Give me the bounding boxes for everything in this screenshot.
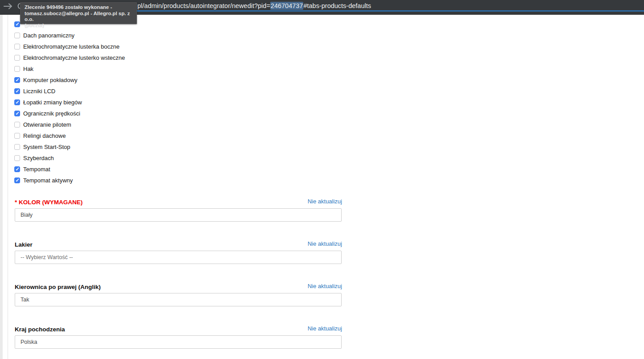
tooltip-line-1: Zlecenie 949496 zostało wykonane - <box>25 4 133 11</box>
kierownica-input[interactable] <box>15 293 342 306</box>
checkbox-label: System Start-Stop <box>23 144 70 150</box>
nie-aktualizuj-link[interactable]: Nie aktualizuj <box>308 198 342 205</box>
checkbox[interactable] <box>14 155 20 161</box>
checkbox-label: Liczniki LCD <box>23 88 55 95</box>
checkbox[interactable] <box>14 66 20 72</box>
checkbox[interactable] <box>14 55 20 61</box>
checkbox-row: Komputer pokładowy <box>14 74 125 86</box>
field-label-row: Lakier Nie aktualizuj <box>15 240 342 248</box>
equipment-checkbox-list: Dach panoramiczny Elektrochromatyczne lu… <box>14 19 125 186</box>
address-bar[interactable]: pl/admin/products/autointegrator/newedit… <box>137 2 371 10</box>
nie-aktualizuj-link[interactable]: Nie aktualizuj <box>308 325 342 332</box>
checkbox[interactable] <box>14 122 20 128</box>
checkbox[interactable] <box>14 177 20 183</box>
checkbox-row: Relingi dachowe <box>14 130 125 141</box>
field-group-kierownica: Kierownica po prawej (Anglik) Nie aktual… <box>15 283 342 290</box>
url-suffix: #tabs-products-defaults <box>303 2 371 9</box>
nie-aktualizuj-link[interactable]: Nie aktualizuj <box>308 240 342 247</box>
checkbox-label: Hak <box>23 66 33 72</box>
field-label-row: Kierownica po prawej (Anglik) Nie aktual… <box>15 283 342 290</box>
checkbox[interactable] <box>14 21 20 27</box>
tooltip-line-3: (poczta) <box>25 23 133 29</box>
checkbox-label: Ogranicznik prędkości <box>23 110 80 117</box>
field-label: Lakier <box>15 241 33 248</box>
checkbox-row: Ogranicznik prędkości <box>14 108 125 119</box>
checkbox-row: Liczniki LCD <box>14 86 125 97</box>
checkbox[interactable] <box>14 166 20 172</box>
lakier-input[interactable] <box>15 251 342 264</box>
checkbox-row: Tempomat aktywny <box>14 175 125 186</box>
checkbox-row: Tempomat <box>14 164 125 175</box>
field-label: Kierownica po prawej (Anglik) <box>15 284 101 290</box>
checkbox-label: Relingi dachowe <box>23 132 66 139</box>
checkbox-label: Łopatki zmiany biegów <box>23 99 82 106</box>
field-group-lakier: Lakier Nie aktualizuj <box>15 240 342 248</box>
checkbox-label: Komputer pokładowy <box>23 77 77 83</box>
checkbox-row: Otwieranie pilotem <box>14 119 125 130</box>
checkbox[interactable] <box>14 33 20 38</box>
left-gutter <box>0 15 3 359</box>
checkbox-row: Elektrochromatyczne lusterko wsteczne <box>14 52 125 63</box>
checkbox[interactable] <box>14 77 20 83</box>
checkbox-label: Elektrochromatyczne lusterko wsteczne <box>23 54 125 61</box>
checkbox-label: Tempomat aktywny <box>23 177 73 184</box>
checkbox-label: Otwieranie pilotem <box>23 121 71 128</box>
checkbox-label: Tempomat <box>23 166 50 173</box>
tooltip-line-2: tomasz.subocz@allegro.pl - Allegro.pl sp… <box>25 11 133 23</box>
checkbox[interactable] <box>14 133 20 139</box>
checkbox[interactable] <box>14 111 20 116</box>
screen: pl/admin/products/autointegrator/newedit… <box>0 0 644 359</box>
forward-arrow-icon[interactable] <box>3 1 13 11</box>
checkbox-label: Szyberdach <box>23 155 54 161</box>
checkbox-label: Dach panoramiczny <box>23 32 74 39</box>
panel-divider <box>8 15 8 359</box>
field-group-kraj: Kraj pochodzenia Nie aktualizuj <box>15 325 342 332</box>
nie-aktualizuj-link[interactable]: Nie aktualizuj <box>308 283 342 289</box>
checkbox-row: Szyberdach <box>14 153 125 164</box>
url-prefix: pl/admin/products/autointegrator/newedit… <box>137 2 270 9</box>
checkbox-row: Elektrochromatyczne lusterka boczne <box>14 41 125 52</box>
field-label-row: * KOLOR (WYMAGANE) Nie aktualizuj <box>15 198 342 205</box>
page-content: Dach panoramiczny Elektrochromatyczne lu… <box>0 15 644 359</box>
url-selected-text: 246704737 <box>270 2 304 10</box>
checkbox[interactable] <box>14 99 20 105</box>
checkbox[interactable] <box>14 44 20 50</box>
field-label: * KOLOR (WYMAGANE) <box>15 199 83 206</box>
checkbox-label: Elektrochromatyczne lusterka boczne <box>23 43 120 50</box>
field-group-kolor: * KOLOR (WYMAGANE) Nie aktualizuj <box>15 198 342 205</box>
checkbox-row: Dach panoramiczny <box>14 30 125 41</box>
field-label-row: Kraj pochodzenia Nie aktualizuj <box>15 325 342 332</box>
kraj-input[interactable] <box>15 335 342 349</box>
field-label: Kraj pochodzenia <box>15 326 65 333</box>
checkbox-row: Hak <box>14 63 125 74</box>
checkbox-row: Łopatki zmiany biegów <box>14 97 125 108</box>
checkbox-row: System Start-Stop <box>14 141 125 153</box>
checkbox[interactable] <box>14 88 20 94</box>
notification-tooltip: Zlecenie 949496 zostało wykonane - tomas… <box>20 2 137 24</box>
checkbox[interactable] <box>14 144 20 150</box>
kolor-input[interactable] <box>15 208 342 222</box>
